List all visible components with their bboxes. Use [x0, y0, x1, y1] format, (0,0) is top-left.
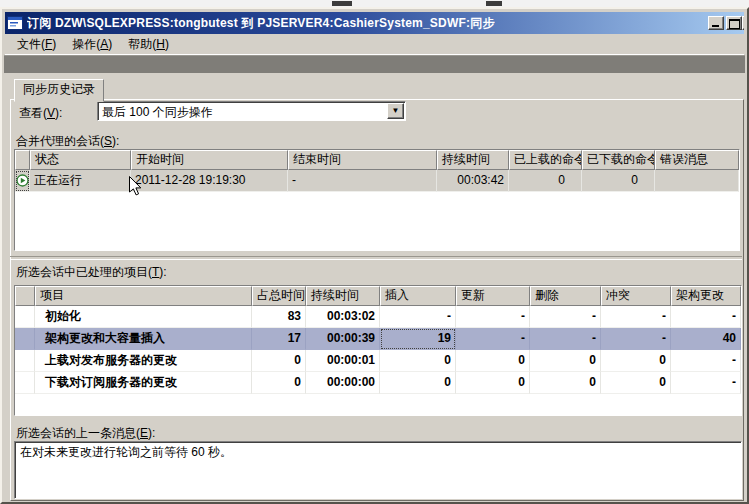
menu-file[interactable]: 文件(F): [9, 35, 64, 54]
session-end: -: [288, 170, 437, 192]
menu-help[interactable]: 帮助(H): [120, 35, 177, 54]
toolbar-band: [4, 55, 745, 73]
item-row-upload-changes[interactable]: 上载对发布服务器的更改 0 00:00:01 0 0 0 0 -: [15, 350, 741, 372]
view-dropdown-value: 最后 100 个同步操作: [102, 104, 385, 121]
item-name: 架构更改和大容量插入: [35, 328, 252, 350]
item-delete: -: [530, 306, 601, 328]
view-label: 查看(V):: [19, 105, 62, 122]
close-button[interactable]: [742, 16, 744, 30]
session-row[interactable]: 正在运行 2011-12-28 19:19:30 - 00:03:42 0 0: [15, 170, 739, 192]
header-schema-change[interactable]: 架构更改: [671, 286, 741, 306]
item-duration: 00:00:39: [306, 328, 380, 350]
item-duration: 00:03:02: [306, 306, 380, 328]
item-update: -: [456, 328, 530, 350]
item-update: -: [456, 306, 530, 328]
item-schema: -: [671, 350, 741, 372]
item-schema: -: [671, 306, 741, 328]
item-name: 下载对订阅服务器的更改: [35, 372, 252, 394]
header-row-selector[interactable]: [15, 286, 35, 306]
header-pct-total-time[interactable]: 占总时间...: [252, 286, 306, 306]
tab-sync-history[interactable]: 同步历史记录: [14, 79, 104, 102]
header-uploaded-commands[interactable]: 已上载的命令: [509, 150, 582, 170]
item-update: 0: [456, 350, 530, 372]
subscription-window-icon: [7, 16, 23, 30]
item-duration: 00:00:01: [306, 350, 380, 372]
sessions-table-header: 状态 开始时间 结束时间 持续时间 已上载的命令 已下载的命令 错误消息: [15, 150, 739, 170]
item-conflict: -: [601, 328, 671, 350]
item-delete: 0: [530, 372, 601, 394]
item-row-download-changes[interactable]: 下载对订阅服务器的更改 0 00:00:00 0 0 0 0 -: [15, 372, 741, 394]
header-duration[interactable]: 持续时间: [437, 150, 509, 170]
header-update[interactable]: 更新: [456, 286, 530, 306]
running-play-icon: [16, 174, 29, 187]
session-uploaded: 0: [509, 170, 582, 192]
minimize-button[interactable]: [708, 16, 724, 30]
header-status[interactable]: 状态: [30, 150, 131, 170]
session-duration: 00:03:42: [437, 170, 509, 192]
window-title: 订阅 DZW\SQLEXPRESS:tongbutest 到 PJSERVER4…: [27, 15, 495, 32]
header-row-selector[interactable]: [15, 150, 30, 170]
item-schema: 40: [671, 328, 741, 350]
running-status-cell: [15, 170, 30, 192]
screen: 订阅 DZW\SQLEXPRESS:tongbutest 到 PJSERVER4…: [0, 0, 749, 504]
header-conflict[interactable]: 冲突: [601, 286, 671, 306]
background-artifact: [332, 1, 352, 6]
items-table-header: 项目 占总时间... 持续时间 插入 更新 删除 冲突 架构更改: [15, 286, 741, 306]
item-row-initialization[interactable]: 初始化 83 00:03:02 - - - - -: [15, 306, 741, 328]
sessions-table: 状态 开始时间 结束时间 持续时间 已上载的命令 已下载的命令 错误消息 正在运…: [14, 149, 740, 251]
item-schema: -: [671, 372, 741, 394]
subscription-sync-window: 订阅 DZW\SQLEXPRESS:tongbutest 到 PJSERVER4…: [0, 7, 749, 504]
item-conflict: 0: [601, 372, 671, 394]
item-name: 上载对发布服务器的更改: [35, 350, 252, 372]
last-message-text: 在对未来更改进行轮询之前等待 60 秒。: [20, 445, 232, 459]
item-pct: 0: [252, 372, 306, 394]
item-conflict: 0: [601, 350, 671, 372]
background-artifact: [486, 1, 502, 6]
items-table: 项目 占总时间... 持续时间 插入 更新 删除 冲突 架构更改 初始化 83 …: [14, 285, 742, 416]
item-delete: 0: [530, 350, 601, 372]
session-status: 正在运行: [30, 170, 131, 192]
menu-action[interactable]: 操作(A): [64, 35, 120, 54]
header-item[interactable]: 项目: [35, 286, 252, 306]
item-row-schema-bulk-insert[interactable]: 架构更改和大容量插入 17 00:00:39 19 - - - 40: [15, 328, 741, 350]
item-insert: -: [380, 306, 456, 328]
item-delete: -: [530, 328, 601, 350]
minimize-icon: [712, 25, 719, 27]
header-end-time[interactable]: 结束时间: [288, 150, 437, 170]
title-bar[interactable]: 订阅 DZW\SQLEXPRESS:tongbutest 到 PJSERVER4…: [5, 12, 744, 34]
dropdown-arrow-icon[interactable]: ▼: [387, 103, 404, 119]
session-downloaded: 0: [582, 170, 655, 192]
header-delete[interactable]: 删除: [530, 286, 601, 306]
item-pct: 0: [252, 350, 306, 372]
menu-bar: 文件(F) 操作(A) 帮助(H): [5, 34, 744, 55]
header-start-time[interactable]: 开始时间: [131, 150, 288, 170]
item-pct: 17: [252, 328, 306, 350]
header-error-message[interactable]: 错误消息: [655, 150, 739, 170]
item-insert-focused-cell[interactable]: 19: [380, 328, 456, 350]
item-duration: 00:00:00: [306, 372, 380, 394]
item-update: 0: [456, 372, 530, 394]
sessions-label: 合并代理的会话(S):: [16, 133, 119, 150]
maximize-icon: [729, 19, 740, 29]
header-downloaded-commands[interactable]: 已下载的命令: [582, 150, 655, 170]
last-message-label: 所选会话的上一条消息(E):: [16, 425, 155, 442]
item-name: 初始化: [35, 306, 252, 328]
view-dropdown[interactable]: 最后 100 个同步操作 ▼: [97, 101, 406, 121]
header-insert[interactable]: 插入: [380, 286, 456, 306]
last-message-box: 在对未来更改进行轮询之前等待 60 秒。: [14, 441, 742, 499]
maximize-button[interactable]: [726, 16, 742, 30]
item-insert: 0: [380, 350, 456, 372]
header-duration[interactable]: 持续时间: [306, 286, 380, 306]
item-pct: 83: [252, 306, 306, 328]
session-start: 2011-12-28 19:19:30: [131, 170, 288, 192]
item-insert: 0: [380, 372, 456, 394]
items-label: 所选会话中已处理的项目(T):: [16, 264, 167, 281]
section-divider: [10, 256, 742, 260]
item-conflict: -: [601, 306, 671, 328]
session-error: [655, 170, 739, 192]
